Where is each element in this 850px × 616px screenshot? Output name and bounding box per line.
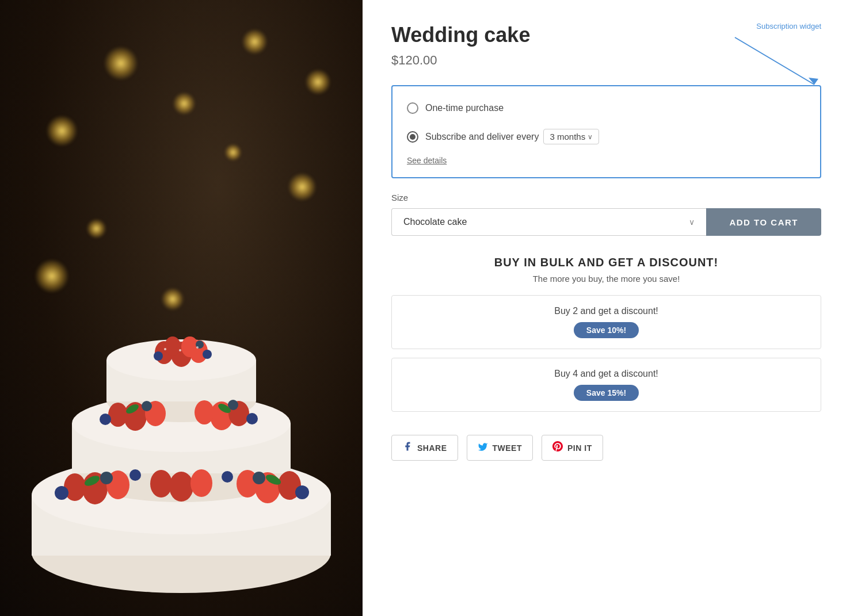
pinterest-pin-button[interactable]: PIN IT (542, 435, 603, 461)
svg-point-14 (203, 350, 212, 359)
discount-card-2: Buy 4 and get a discount! Save 15%! (391, 358, 821, 412)
size-cart-row: Chocolate cake ∨ ADD TO CART (391, 208, 821, 236)
twitter-tweet-button[interactable]: TWEET (467, 435, 533, 461)
svg-point-47 (196, 346, 199, 349)
subscription-widget: One-time purchase Subscribe and deliver … (391, 85, 821, 178)
svg-point-38 (100, 472, 113, 484)
bokeh-light-4 (173, 92, 196, 115)
svg-point-46 (179, 349, 181, 351)
cake-image-background (0, 0, 363, 616)
svg-marker-50 (809, 78, 818, 85)
bulk-discount-section: BUY IN BULK AND GET A DISCOUNT! The more… (391, 256, 821, 412)
subscribe-label: Subscribe and deliver every (425, 132, 539, 142)
svg-point-41 (222, 471, 233, 483)
twitter-icon (478, 442, 488, 454)
svg-point-33 (169, 472, 193, 502)
discount-text-2: Buy 4 and get a discount! (403, 369, 809, 379)
product-image-panel (0, 0, 363, 616)
bokeh-light-8 (224, 144, 242, 161)
discount-card-1: Buy 2 and get a discount! Save 10%! (391, 295, 821, 349)
svg-point-24 (246, 413, 258, 424)
annotation-area: Subscription widget (729, 22, 821, 89)
subscribe-radio[interactable] (407, 131, 418, 143)
svg-point-15 (154, 351, 163, 361)
svg-point-36 (55, 486, 68, 500)
bulk-title: BUY IN BULK AND GET A DISCOUNT! (391, 256, 821, 269)
svg-point-39 (253, 472, 265, 484)
bokeh-light-1 (104, 46, 138, 81)
size-option-label: Chocolate cake (403, 217, 467, 227)
annotation-label: Subscription widget (756, 22, 821, 30)
size-select[interactable]: Chocolate cake ∨ (391, 208, 706, 236)
interval-value: 3 months (550, 132, 585, 141)
product-panel: Subscription widget Wedding cake $120.00… (363, 0, 850, 616)
twitter-tweet-label: TWEET (493, 443, 523, 453)
pinterest-icon (552, 441, 563, 454)
svg-line-49 (735, 37, 814, 85)
add-to-cart-button[interactable]: ADD TO CART (706, 208, 821, 236)
size-label: Size (391, 193, 821, 202)
see-details-link[interactable]: See details (407, 156, 447, 165)
svg-point-12 (181, 336, 199, 357)
bokeh-light-3 (46, 115, 78, 147)
svg-point-22 (195, 400, 214, 424)
discount-badge-1: Save 10%! (574, 322, 639, 338)
svg-point-34 (190, 469, 212, 497)
bokeh-light-7 (305, 69, 331, 95)
facebook-share-label: SHARE (417, 443, 447, 453)
discount-text-1: Buy 2 and get a discount! (403, 306, 809, 316)
svg-point-23 (100, 414, 111, 425)
svg-point-35 (150, 470, 172, 498)
size-chevron-icon: ∨ (689, 217, 695, 227)
delivery-row: Subscribe and deliver every 3 months ∨ (425, 129, 599, 144)
svg-point-37 (295, 485, 309, 499)
bokeh-light-6 (86, 219, 106, 239)
svg-point-13 (165, 336, 181, 356)
bokeh-light-5 (288, 173, 317, 201)
bulk-subtitle: The more you buy, the more you save! (391, 274, 821, 284)
facebook-share-button[interactable]: SHARE (391, 435, 458, 461)
one-time-radio[interactable] (407, 102, 418, 114)
pinterest-pin-label: PIN IT (567, 443, 592, 453)
interval-select[interactable]: 3 months ∨ (543, 129, 599, 144)
chevron-down-icon: ∨ (588, 133, 593, 141)
one-time-purchase-option[interactable]: One-time purchase (407, 98, 806, 118)
page-layout: Subscription widget Wedding cake $120.00… (0, 0, 850, 616)
one-time-label: One-time purchase (425, 103, 504, 113)
svg-point-19 (108, 403, 128, 427)
facebook-icon (402, 441, 413, 454)
svg-point-40 (129, 469, 141, 481)
cake-illustration (20, 254, 342, 599)
annotation-arrow-icon (729, 32, 821, 89)
svg-point-48 (164, 348, 166, 350)
discount-badge-2: Save 15%! (574, 385, 639, 401)
bokeh-light-2 (242, 29, 268, 55)
social-sharing-row: SHARE TWEET PIN IT (391, 435, 821, 461)
subscribe-option[interactable]: Subscribe and deliver every 3 months ∨ (407, 124, 806, 149)
svg-point-25 (142, 401, 152, 411)
